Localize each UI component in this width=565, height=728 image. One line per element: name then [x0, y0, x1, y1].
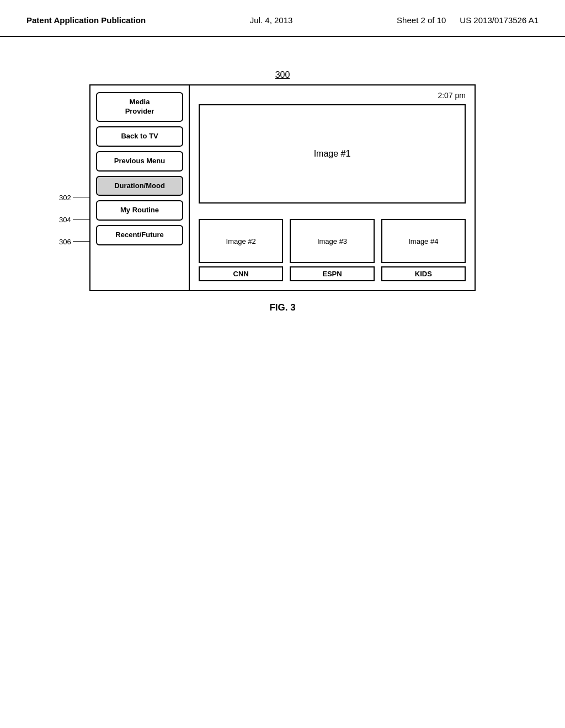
thumbnail-image-3: Image #4 — [381, 219, 466, 263]
menu-button-previous-menu[interactable]: Previous Menu — [96, 151, 183, 172]
ref-304: 304 — [59, 216, 89, 224]
menu-button-back-to-tv[interactable]: Back to TV — [96, 126, 183, 147]
right-content: 2:07 pm Image #1 Image #2 CNN — [190, 85, 475, 290]
thumbnail-image-2: Image #3 — [290, 219, 374, 263]
thumbnail-item-2: Image #3 ESPN — [290, 219, 374, 281]
thumbnail-item-3: Image #4 KIDS — [381, 219, 466, 281]
ui-diagram: MediaProvider Back to TV Previous Menu D… — [89, 84, 476, 291]
ref-306-line — [73, 241, 89, 242]
header-sheet: Sheet 2 of 10 — [397, 15, 446, 25]
figure-number-label: 300 — [89, 70, 476, 80]
figure-caption: FIG. 3 — [89, 302, 476, 313]
thumbnail-label-1: CNN — [199, 266, 283, 281]
thumbnail-label-3: KIDS — [381, 266, 466, 281]
time-display: 2:07 pm — [199, 91, 466, 100]
main-image-label: Image #1 — [314, 149, 351, 159]
ref-302-line — [73, 197, 89, 197]
diagram-container: 302 304 306 MediaProvider — [89, 84, 476, 291]
ref-302: 302 — [59, 194, 89, 202]
header-center: Jul. 4, 2013 — [250, 15, 293, 25]
thumbnail-label-2: ESPN — [290, 266, 374, 281]
main-content: 300 302 304 306 — [0, 37, 565, 346]
header-patent: US 2013/0173526 A1 — [460, 15, 539, 25]
menu-button-media-provider[interactable]: MediaProvider — [96, 92, 183, 122]
patent-header: Patent Application Publication Jul. 4, 2… — [0, 0, 565, 37]
header-right: Sheet 2 of 10 US 2013/0173526 A1 — [397, 15, 539, 25]
menu-button-duration-mood[interactable]: Duration/Mood — [96, 176, 183, 196]
ref-306: 306 — [59, 238, 89, 246]
main-image-box: Image #1 — [199, 104, 466, 204]
left-sidebar: MediaProvider Back to TV Previous Menu D… — [90, 85, 190, 290]
menu-button-recent-future[interactable]: Recent/Future — [96, 225, 183, 245]
ref-304-line — [73, 219, 89, 220]
thumbnails-row: Image #2 CNN Image #3 ESPN — [199, 219, 466, 281]
thumbnail-item-1: Image #2 CNN — [199, 219, 283, 281]
thumbnail-image-1: Image #2 — [199, 219, 283, 263]
diagram-wrapper: 300 302 304 306 — [89, 70, 476, 313]
header-left: Patent Application Publication — [26, 15, 146, 25]
menu-button-my-routine[interactable]: My Routine — [96, 200, 183, 221]
